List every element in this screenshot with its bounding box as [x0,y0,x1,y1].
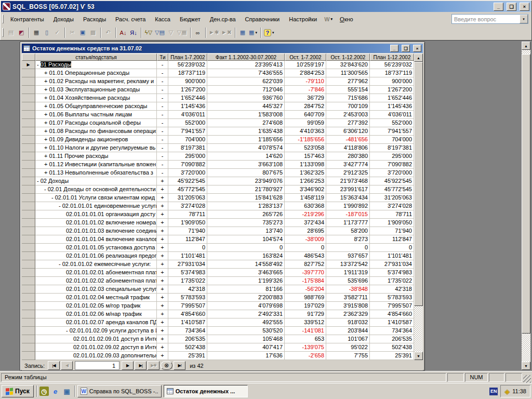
word-mail-icon[interactable]: W▾ [322,15,335,23]
undo-icon[interactable]: ↶ [103,28,113,38]
cell-value[interactable]: -79'110 [285,77,326,86]
table-row[interactable]: + 01.03 Эксплуатационные расходы-1'267'2… [22,86,414,94]
row-selector[interactable] [22,260,35,269]
cell-value[interactable]: 2'912'325 [326,169,370,177]
cell-value[interactable]: 2'362'329 [326,310,370,318]
filter-by-selection-icon[interactable]: ϟ▽ [143,28,154,38]
cell-value[interactable]: 0 [207,244,285,252]
cell-value[interactable]: 4'854'660 [370,310,414,318]
cell-value[interactable]: 535'696 [326,277,370,285]
cell-value[interactable]: 13'372'542 [326,260,370,269]
cell-value[interactable]: 45'922'545 [168,177,207,185]
row-selector[interactable] [22,285,35,294]
cell-value[interactable]: 81'166 [207,285,285,294]
cell-value[interactable]: 277'962 [326,77,370,86]
spelling-icon[interactable]: ✓ [52,28,62,38]
cell-value[interactable]: 372'434 [285,219,326,227]
cell-value[interactable]: 3'346'902 [285,185,326,194]
row-selector[interactable] [22,219,35,227]
row-selector[interactable] [22,127,35,136]
cell-value[interactable]: -219'296 [285,210,326,219]
scroll-up-icon[interactable]: ▲ [414,54,423,62]
cell-article[interactable]: + 01.07 Расходы социальной сферы [35,119,157,127]
column-header-type[interactable]: Ти [157,54,168,61]
cell-value[interactable]: 58'200 [326,227,370,235]
cell-article[interactable]: 02.01.01.01.05 установка доступа [35,244,157,252]
table-row[interactable]: - 02.01 Доходы от основной деятельности+… [22,185,414,194]
cell-type[interactable]: + [157,302,168,310]
table-row[interactable]: - 02.01.01.02 ежемесячные услуги:+27'931… [22,260,414,269]
row-selector[interactable] [22,352,35,360]
mdi-scrollbar-track-top[interactable] [522,50,530,54]
row-selector[interactable] [22,202,35,210]
cell-value[interactable]: 988'769 [285,294,326,302]
table-row[interactable]: + 01.07 Расходы социальной сферы-552'000… [22,119,414,127]
delete-record-icon[interactable]: ►✖ [220,28,233,38]
cell-value[interactable]: 203'844 [326,327,370,335]
cell-value[interactable]: 1'410'587 [168,318,207,327]
cell-value[interactable]: -1'185'656 [285,136,326,144]
find-icon[interactable]: ∞ [193,28,203,38]
cell-type[interactable]: - [157,119,168,127]
cell-value[interactable]: 295'000 [370,152,414,161]
cell-value[interactable]: 1'145'436 [168,102,207,111]
cell-value[interactable]: 45'772'545 [168,185,207,194]
cell-value[interactable]: -56'204 [285,285,326,294]
cell-value[interactable]: 56'239'032 [370,61,414,69]
cell-value[interactable]: -139'075 [285,343,326,352]
cell-type[interactable]: + [157,252,168,260]
cell-value[interactable]: 32'843'620 [326,61,370,69]
cell-type[interactable]: - [157,161,168,169]
table-row[interactable]: - 02 Доходы+45'922'54523'949'0761'266'25… [22,177,414,185]
cell-type[interactable]: + [157,227,168,235]
cell-value[interactable]: 274'608 [207,119,285,127]
cell-value[interactable]: -141'081 [285,327,326,335]
sort-descending-icon[interactable]: Я↓ [128,28,139,38]
table-row[interactable]: + 01.11 Прочие расходы-295'00014'620157'… [22,152,414,161]
cell-value[interactable]: 7'941'557 [168,127,207,136]
cell-value[interactable]: 31'205'063 [168,194,207,202]
table-scrollbar-track[interactable] [414,306,423,352]
cell-value[interactable]: 704'000 [370,136,414,144]
cell-value[interactable]: 25'391 [168,352,207,360]
cell-article[interactable]: 02.01.01.02.09.03 дополнительн [35,352,157,360]
table-row[interactable]: - 02.01.01.02.09 услуги доступа в И+734'… [22,327,414,335]
cell-article[interactable]: 02.01.01.01.06 реализация предог [35,252,157,260]
cell-value[interactable]: 523'058 [285,144,326,152]
cell-value[interactable]: 163'824 [207,252,285,260]
cell-value[interactable]: 1'362'325 [285,169,326,177]
cancel-record-button[interactable]: ⊗ [161,361,172,370]
cell-article[interactable]: - 02.01.01 Услуги связи клиентам юрид [35,194,157,202]
cash-balance-window[interactable]: Остаток денежных средств на 31.07.02 _ ❑… [20,42,425,371]
table-scrollbar-thumb[interactable] [414,62,423,306]
cell-article[interactable]: + 01.12 Инвестиции (капитальные вложен [35,161,157,169]
cell-value[interactable]: 5'374'983 [168,269,207,277]
table-row[interactable]: 02.01.01.02.02 абонементная плат+1'735'0… [22,277,414,285]
maximize-button[interactable]: ❑ [507,3,516,11]
table-row[interactable]: + 01.02 Расходы на маркетинг, рекламу и-… [22,77,414,86]
cell-value[interactable]: 3'720'000 [370,169,414,177]
cell-value[interactable]: 99'059 [285,119,326,127]
cell-value[interactable]: 445'327 [207,102,285,111]
quick-launch-desktop-icon[interactable]: ▣ [62,387,72,396]
cell-value[interactable]: 36'729 [285,94,326,102]
cell-value[interactable]: 900'000 [168,77,207,86]
cell-value[interactable]: 157'463 [285,152,326,161]
cell-value[interactable]: 17'636 [207,352,285,360]
cell-type[interactable]: - [157,111,168,119]
filter-icon[interactable]: ▽ [166,28,176,38]
cell-value[interactable]: 13'740 [207,227,285,235]
cell-article[interactable]: 02.01.01.02.06 м/нар трафик [35,310,157,318]
cell-type[interactable]: + [157,177,168,185]
cell-value[interactable]: -38'848 [326,285,370,294]
cell-value[interactable]: 712'046 [207,86,285,94]
table-vertical-scrollbar[interactable]: ▲ ▼ [414,54,423,360]
column-header-plan7[interactable]: План 1-7.2002 [168,54,207,61]
question-input[interactable] [452,15,520,23]
cell-value[interactable]: 4'036'011 [168,111,207,119]
row-selector[interactable] [22,327,35,335]
cell-value[interactable]: 21'780'927 [207,185,285,194]
column-header-article[interactable]: статья/подстатья [35,54,157,61]
cell-value[interactable]: 735'273 [207,219,285,227]
cell-value[interactable]: 104'574 [207,235,285,244]
